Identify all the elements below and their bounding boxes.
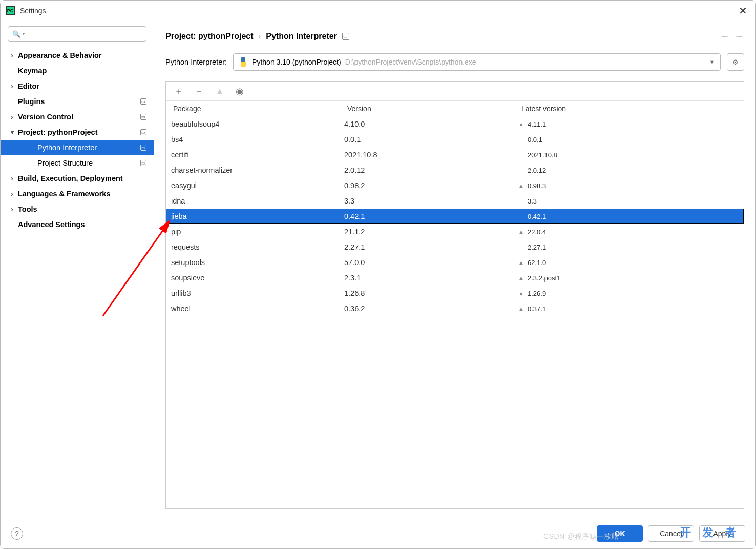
- sidebar-item-build-execution-deployment[interactable]: Build, Execution, Deployment: [1, 171, 154, 186]
- cell-package-name: certifi: [166, 151, 340, 159]
- cell-version: 2021.10.8: [340, 151, 514, 159]
- apply-button[interactable]: Apply: [699, 525, 745, 542]
- project-badge-icon: ▭: [140, 145, 146, 151]
- cell-package-name: idna: [166, 197, 340, 205]
- breadcrumb-item-2: Python Interpreter: [266, 32, 337, 41]
- chevron-icon: [11, 51, 18, 59]
- sidebar-item-languages-frameworks[interactable]: Languages & Frameworks: [1, 186, 154, 201]
- sidebar-item-project-structure[interactable]: Project Structure▭: [1, 155, 154, 171]
- chevron-down-icon: ▼: [709, 59, 715, 65]
- sidebar-item-editor[interactable]: Editor: [1, 78, 154, 94]
- gear-icon: ⚙: [732, 58, 739, 66]
- table-row[interactable]: wheel0.36.2▲0.37.1: [166, 301, 744, 316]
- cell-latest-value: 0.37.1: [528, 305, 546, 313]
- cell-latest-value: 22.0.4: [528, 228, 546, 236]
- close-icon[interactable]: ✕: [736, 5, 750, 17]
- table-row[interactable]: pip21.1.2▲22.0.4: [166, 224, 744, 239]
- cell-latest-value: 2.3.2.post1: [528, 274, 560, 282]
- chevron-icon: [11, 113, 18, 121]
- search-wrap: 🔍 ▾: [1, 21, 154, 47]
- project-badge-icon: ▭: [140, 129, 146, 135]
- table-row[interactable]: easygui0.98.2▲0.98.3: [166, 178, 744, 193]
- upgrade-available-icon: ▲: [518, 290, 524, 296]
- cell-version: 57.0.0: [340, 258, 514, 267]
- remove-package-button[interactable]: －: [195, 87, 204, 96]
- cell-package-name: requests: [166, 243, 340, 251]
- forward-icon[interactable]: →: [734, 30, 744, 42]
- table-row[interactable]: charset-normalizer2.0.122.0.12: [166, 162, 744, 178]
- cell-version: 2.0.12: [340, 166, 514, 174]
- table-row[interactable]: certifi2021.10.82021.10.8: [166, 147, 744, 162]
- sidebar-item-appearance-behavior[interactable]: Appearance & Behavior: [1, 48, 154, 63]
- sidebar-item-version-control[interactable]: Version Control▭: [1, 109, 154, 125]
- interpreter-row: Python Interpreter: Python 3.10 (pythonP…: [165, 53, 744, 71]
- interpreter-path: D:\pythonProject\venv\Scripts\python.exe: [345, 58, 476, 66]
- table-row[interactable]: idna3.33.3: [166, 193, 744, 209]
- sidebar-item-python-interpreter[interactable]: Python Interpreter▭: [1, 140, 154, 155]
- search-input[interactable]: 🔍 ▾: [8, 26, 146, 42]
- sidebar-item-plugins[interactable]: Plugins▭: [1, 94, 154, 109]
- cell-latest: ▲62.1.0: [514, 259, 744, 267]
- cancel-button[interactable]: Cancel: [648, 525, 694, 542]
- sidebar-item-label: Editor: [18, 82, 146, 90]
- upgrade-package-button[interactable]: ▲: [215, 87, 224, 96]
- help-button[interactable]: ?: [11, 527, 23, 540]
- cell-version: 0.0.1: [340, 135, 514, 144]
- sidebar-item-label: Build, Execution, Deployment: [18, 174, 146, 182]
- cell-latest: 2021.10.8: [514, 151, 744, 159]
- cell-version: 0.36.2: [340, 304, 514, 313]
- cell-version: 3.3: [340, 197, 514, 205]
- table-row[interactable]: urllib31.26.8▲1.26.9: [166, 286, 744, 301]
- chevron-icon: [11, 129, 18, 136]
- table-row[interactable]: setuptools57.0.0▲62.1.0: [166, 255, 744, 270]
- header-package[interactable]: Package: [166, 105, 340, 113]
- cell-version: 0.98.2: [340, 181, 514, 190]
- cell-latest: ▲0.98.3: [514, 182, 744, 190]
- cell-latest: ▲4.11.1: [514, 120, 744, 128]
- settings-tree: Appearance & BehaviorKeymapEditorPlugins…: [1, 47, 154, 518]
- cell-latest-value: 3.3: [528, 197, 537, 205]
- help-icon: ?: [15, 530, 18, 537]
- breadcrumb-item-1[interactable]: Project: pythonProject: [165, 32, 254, 41]
- sidebar-item-label: Tools: [18, 205, 146, 213]
- sidebar-item-keymap[interactable]: Keymap: [1, 63, 154, 78]
- header-version[interactable]: Version: [340, 105, 514, 113]
- table-row[interactable]: requests2.27.12.27.1: [166, 239, 744, 255]
- table-row[interactable]: soupsieve2.3.1▲2.3.2.post1: [166, 270, 744, 286]
- table-row[interactable]: bs40.0.10.0.1: [166, 132, 744, 147]
- content: Project: pythonProject › Python Interpre…: [154, 21, 755, 518]
- chevron-icon: [11, 174, 18, 182]
- sidebar-item-label: Version Control: [18, 113, 140, 121]
- cell-latest: 0.42.1: [514, 213, 744, 220]
- search-icon: 🔍: [12, 30, 20, 38]
- sidebar-item-project-pythonproject[interactable]: Project: pythonProject▭: [1, 125, 154, 140]
- add-package-button[interactable]: ＋: [174, 87, 183, 96]
- cell-package-name: jieba: [166, 212, 340, 220]
- sidebar-item-label: Plugins: [18, 97, 140, 106]
- sidebar-item-label: Keymap: [18, 67, 146, 75]
- interpreter-name: Python 3.10 (pythonProject): [252, 58, 341, 66]
- cell-package-name: wheel: [166, 304, 340, 313]
- cell-package-name: easygui: [166, 181, 340, 190]
- cell-package-name: pip: [166, 228, 340, 236]
- sidebar-item-label: Advanced Settings: [18, 220, 146, 229]
- sidebar-item-advanced-settings[interactable]: Advanced Settings: [1, 217, 154, 232]
- titlebar: PC Settings ✕: [1, 1, 755, 21]
- upgrade-available-icon: ▲: [518, 259, 524, 266]
- show-early-releases-button[interactable]: ◉: [236, 87, 244, 96]
- options-icon[interactable]: ▭: [342, 33, 349, 40]
- back-icon[interactable]: ←: [720, 30, 730, 42]
- cell-version: 21.1.2: [340, 228, 514, 236]
- table-row[interactable]: jieba0.42.10.42.1: [166, 209, 744, 224]
- interpreter-select[interactable]: Python 3.10 (pythonProject) D:\pythonPro…: [233, 53, 721, 71]
- gear-button[interactable]: ⚙: [727, 53, 744, 71]
- sidebar-item-tools[interactable]: Tools: [1, 201, 154, 217]
- upgrade-available-icon: ▲: [518, 121, 524, 127]
- cell-package-name: bs4: [166, 135, 340, 144]
- cell-latest-value: 0.98.3: [528, 182, 546, 190]
- upgrade-available-icon: ▲: [518, 229, 524, 235]
- header-latest[interactable]: Latest version: [514, 105, 744, 113]
- cell-latest: ▲22.0.4: [514, 228, 744, 236]
- ok-button[interactable]: OK: [597, 525, 643, 542]
- table-row[interactable]: beautifulsoup44.10.0▲4.11.1: [166, 116, 744, 132]
